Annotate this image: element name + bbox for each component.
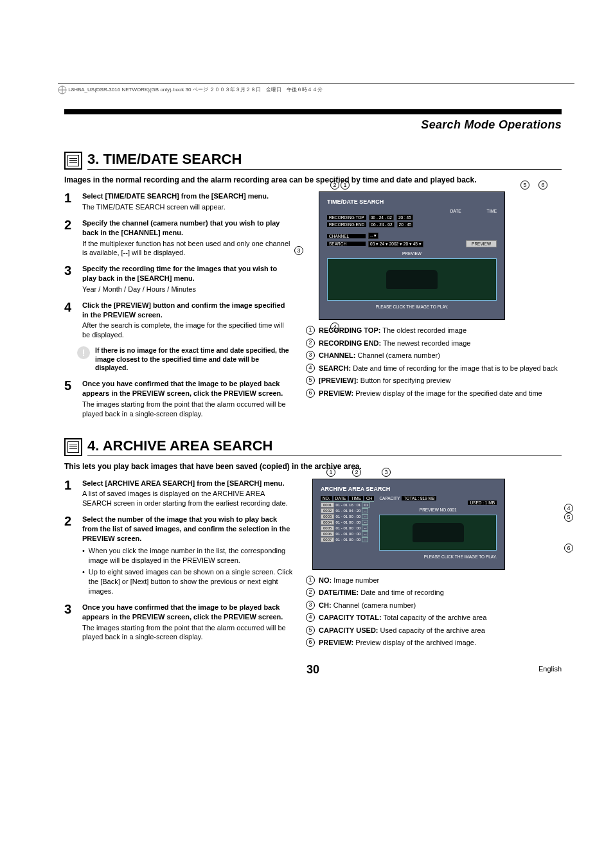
table-row[interactable]: 000601 - 0100 : 00-- <box>321 531 374 536</box>
callout-marker-5: 5 <box>520 181 529 190</box>
note-text: If there is no image for the exact time … <box>95 346 293 373</box>
list-icon <box>64 152 82 170</box>
fig3-channel-val[interactable]: -- ▾ <box>368 233 378 239</box>
page-lang: English <box>538 665 562 673</box>
page-number: 30 <box>64 663 562 677</box>
right-col-4: 1 2 3 4 5 6 ARCHIVE AREA SEARCH NO. DATE… <box>306 479 562 650</box>
row-no[interactable]: 0006 <box>321 531 334 536</box>
table-row[interactable]: 000501 - 0100 : 00-- <box>321 526 374 531</box>
bullet: Up to eight saved images can be shown on… <box>82 567 293 596</box>
step-num: 5 <box>64 379 76 418</box>
callout-item: 6PREVIEW: Preview display of the archive… <box>306 637 562 648</box>
left-col-3: 1 Select [TIME/DATE SEARCH] from the [SE… <box>64 191 293 425</box>
fig4-preview-window[interactable] <box>379 515 497 551</box>
callout-item: 6PREVIEW: Preview display of the image f… <box>306 388 562 399</box>
step-num: 2 <box>64 515 76 596</box>
step-4-3: 3 Once you have confirmed that the image… <box>64 603 293 642</box>
step-head: Click the [PREVIEW] button and confirm t… <box>82 301 293 320</box>
step-3-1: 1 Select [TIME/DATE SEARCH] from the [SE… <box>64 191 293 212</box>
fig4-list: NO. DATE TIME CH 000101 - 0116 : 0101000… <box>321 496 374 551</box>
step-desc: Year / Month / Day / Hours / Minutes <box>82 285 293 294</box>
step-4-2: 2 Select the number of the image that yo… <box>64 515 293 596</box>
fig3-channel-label: CHANNEL <box>327 234 366 238</box>
intro-3: Images in the normal recording and the a… <box>64 175 562 185</box>
row-ch: -- <box>362 514 368 519</box>
row-ch: -- <box>362 508 368 513</box>
step-num: 1 <box>64 479 76 509</box>
callout-marker-5: 5 <box>564 513 573 522</box>
step-desc: The images starting from the point that … <box>82 400 293 419</box>
fig3-hint: PLEASE CLICK THE IMAGE TO PLAY. <box>327 305 497 309</box>
table-row[interactable]: 000701 - 0100 : 00-- <box>321 537 374 542</box>
fig3-rectop-label: RECORDING TOP <box>327 215 366 220</box>
fig3-col-time: TIME <box>487 209 497 213</box>
row-date: 01 - 01 <box>335 509 348 513</box>
callout-list-4: 1NO: Image number 2DATE/TIME: Date and t… <box>306 575 562 648</box>
table-row[interactable]: 000201 - 0104 : 20-- <box>321 508 374 513</box>
row-no[interactable]: 0004 <box>321 520 334 525</box>
row-time: 00 : 00 <box>349 515 360 518</box>
fig3-rectop-date: 06 - 24 - 02 <box>369 215 394 220</box>
left-col-4: 1 Select [ARCHIVE AREA SEARCH] from the … <box>64 479 293 650</box>
step-num: 4 <box>64 301 76 340</box>
fig4-head-time: TIME <box>349 496 363 500</box>
row-date: 01 - 01 <box>335 515 348 518</box>
step-num: 2 <box>64 218 76 258</box>
row-no[interactable]: 0007 <box>321 537 334 542</box>
step-head: Select [ARCHIVE AREA SEARCH] from the [S… <box>82 479 293 488</box>
fig3-recend-date: 06 - 24 - 02 <box>369 222 394 227</box>
callout-marker-1: 1 <box>341 181 350 190</box>
fig3-rectop-time: 20 : 45 <box>396 215 413 220</box>
fig3-preview-button[interactable]: PREVIEW <box>466 240 497 247</box>
row-ch: -- <box>362 520 368 525</box>
row-time: 04 : 20 <box>349 509 360 513</box>
step-num: 3 <box>64 603 76 642</box>
callout-item: 2DATE/TIME: Date and time of recording <box>306 587 562 598</box>
row-no[interactable]: 0002 <box>321 508 334 513</box>
callout-marker-4: 4 <box>564 504 573 513</box>
step-num: 1 <box>64 191 76 212</box>
heading-time-date: 3. TIME/DATE SEARCH <box>64 151 562 170</box>
table-row[interactable]: 000401 - 0100 : 00-- <box>321 520 374 525</box>
step-head: Select the number of the image that you … <box>82 515 293 544</box>
callout-marker-6: 6 <box>538 181 547 190</box>
row-no[interactable]: 0003 <box>321 514 334 519</box>
note-icon: ! <box>77 346 90 359</box>
callout-marker-2: 2 <box>330 181 339 190</box>
callout-item: 5[PREVIEW]: Button for specifying previe… <box>306 375 562 386</box>
row-ch: -- <box>362 526 368 531</box>
black-bar <box>64 109 562 114</box>
step-head: Once you have confirmed that the image t… <box>82 379 293 398</box>
header-note: L8HBA_US(DSR-3016 NETWORK)(GB only).book… <box>58 84 574 94</box>
figure-3: 2 1 5 6 3 4 TIME/DATE SEARCH DATE TIME R… <box>306 191 562 320</box>
fig4-head-ch: CH <box>364 496 374 500</box>
row-time: 00 : 00 <box>349 538 360 542</box>
table-row[interactable]: 000101 - 0116 : 0101 <box>321 502 374 508</box>
row-date: 01 - 01 <box>335 538 348 542</box>
row-no[interactable]: 0005 <box>321 526 334 531</box>
callout-item: 4CAPACITY TOTAL: Total capacity of the a… <box>306 612 562 623</box>
step-head: Specify the recording time for the image… <box>82 264 293 283</box>
callout-marker-2: 2 <box>352 468 361 477</box>
fig3-preview-window[interactable] <box>327 258 497 301</box>
row-no[interactable]: 0001 <box>321 502 334 508</box>
step-head: Specify the channel (camera number) that… <box>82 218 293 238</box>
callout-item: 4SEARCH: Date and time of recording for … <box>306 363 562 374</box>
row-ch: -- <box>362 537 368 542</box>
h2-time-date: 3. TIME/DATE SEARCH <box>87 151 562 170</box>
step-desc: If the multiplexer function has not been… <box>82 239 293 258</box>
callout-item: 3CH: Channel (camera number) <box>306 600 562 611</box>
step-desc: After the search is complete, the image … <box>82 321 293 340</box>
fig4-head-date: DATE <box>333 496 348 500</box>
note-3: ! If there is no image for the exact tim… <box>77 346 293 373</box>
step-head: Select [TIME/DATE SEARCH] from the [SEAR… <box>82 191 293 201</box>
table-row[interactable]: 000301 - 0100 : 00-- <box>321 514 374 519</box>
section-title: Search Mode Operations <box>64 118 562 132</box>
fig3-search-vals[interactable]: 03 ▾ 24 ▾ 2002 ▾ 20 ▾ 45 ▾ <box>368 241 423 247</box>
fig3-recend-time: 20 : 45 <box>397 222 414 227</box>
callout-marker-3: 3 <box>294 246 303 255</box>
step-3-5: 5 Once you have confirmed that the image… <box>64 379 293 418</box>
row-time: 00 : 00 <box>349 526 360 530</box>
callout-item: 2RECORDING END: The newest recorded imag… <box>306 338 562 349</box>
row-date: 01 - 01 <box>335 520 348 524</box>
